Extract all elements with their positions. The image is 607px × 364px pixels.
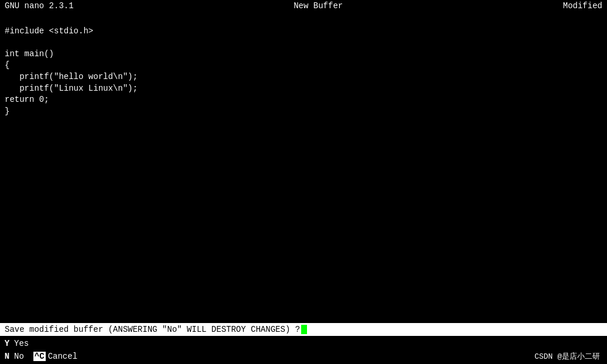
prompt-bar: Save modified buffer (ANSWERING "No" WIL…: [0, 323, 607, 336]
watermark-text: CSDN @是店小二研: [534, 351, 605, 362]
code-content: #include <stdio.h> int main() { printf("…: [5, 26, 138, 116]
cancel-label[interactable]: Cancel: [48, 352, 77, 361]
yes-label[interactable]: Yes: [14, 339, 29, 348]
option-yes-row: Y Yes: [0, 337, 607, 350]
options-bar: Y Yes N No ^C Cancel CSDN @是店小二研: [0, 336, 607, 364]
editor-area[interactable]: #include <stdio.h> int main() { printf("…: [0, 12, 607, 323]
prompt-text: Save modified buffer (ANSWERING "No" WIL…: [5, 325, 300, 334]
no-group: N No ^C Cancel: [2, 352, 87, 361]
no-key[interactable]: N: [2, 352, 12, 361]
bottom-panel: Save modified buffer (ANSWERING "No" WIL…: [0, 323, 607, 364]
header-bar: GNU nano 2.3.1 New Buffer Modified: [0, 0, 607, 12]
buffer-name: New Buffer: [294, 1, 343, 11]
no-label[interactable]: No: [14, 352, 24, 361]
option-no-row: N No ^C Cancel CSDN @是店小二研: [0, 350, 607, 363]
cancel-ctrl-key[interactable]: ^C: [33, 352, 46, 361]
yes-key[interactable]: Y: [2, 339, 12, 348]
app-title: GNU nano 2.3.1: [5, 1, 74, 11]
modified-status: Modified: [563, 1, 602, 11]
prompt-cursor: [301, 325, 307, 334]
